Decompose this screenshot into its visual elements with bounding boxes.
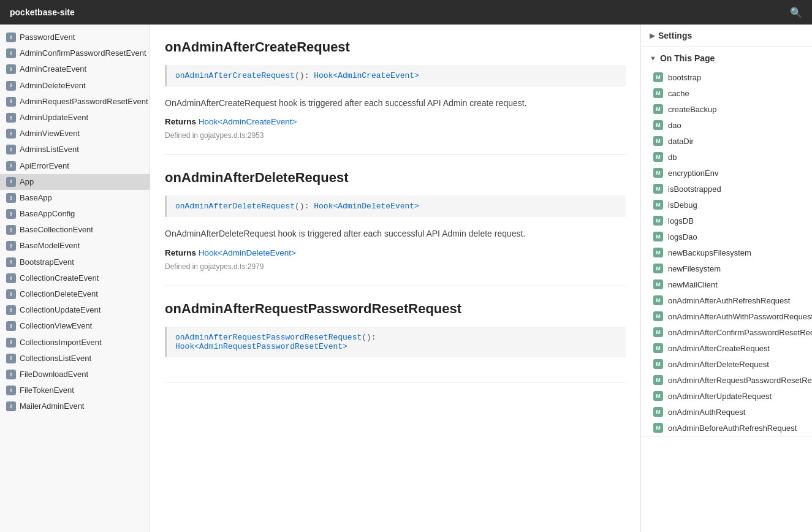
top-bar: pocketbase-site 🔍 [0, 0, 812, 25]
sidebar-item[interactable]: IAdminCreateEvent [0, 61, 150, 77]
sidebar-item[interactable]: ICollectionUpdateEvent [0, 302, 150, 318]
right-nav-label: encryptionEnv [668, 169, 718, 178]
interface-icon: I [6, 193, 16, 203]
right-nav-item[interactable]: MdataDir [641, 133, 812, 149]
interface-icon: I [6, 97, 16, 107]
returns-type-link[interactable]: Hook<AdminDeleteEvent> [199, 248, 296, 257]
sidebar-item[interactable]: IPasswordEvent [0, 29, 150, 45]
sidebar-item-label: CollectionsImportEvent [20, 337, 102, 348]
right-nav-item[interactable]: McreateBackup [641, 101, 812, 117]
sidebar-item[interactable]: IAdminRequestPasswordResetEvent [0, 94, 150, 110]
sidebar-item[interactable]: ICollectionCreateEvent [0, 270, 150, 286]
signature-link[interactable]: onAdminAfterDeleteRequest [175, 202, 295, 211]
right-nav-item[interactable]: MnewBackupsFilesystem [641, 245, 812, 260]
return-type-link[interactable]: Hook<AdminCreateEvent> [314, 71, 419, 80]
m-badge: M [653, 88, 663, 98]
right-nav-label: onAdminAuthRequest [668, 408, 745, 417]
interface-icon: I [6, 370, 16, 379]
right-nav-item[interactable]: MonAdminAfterAuthWithPasswordRequest [641, 308, 812, 324]
returns-type-link[interactable]: Hook<AdminCreateEvent> [199, 117, 297, 126]
sidebar-item-label: AdminUpdateEvent [20, 112, 88, 123]
sidebar-item[interactable]: IApp [0, 174, 150, 190]
sidebar-item[interactable]: IAdminDeleteEvent [0, 78, 150, 94]
m-badge: M [653, 216, 663, 226]
interface-icon: I [6, 113, 16, 123]
return-type-link[interactable]: Hook<AdminRequestPasswordResetEvent> [175, 342, 347, 351]
sidebar-item[interactable]: IAdminUpdateEvent [0, 110, 150, 126]
right-nav-item[interactable]: MonAdminAfterConfirmPasswordResetRequest [641, 324, 812, 340]
sidebar-item[interactable]: IBootstrapEvent [0, 254, 150, 270]
right-nav-item[interactable]: MnewFilesystem [641, 260, 812, 276]
sidebar-item-label: BootstrapEvent [20, 257, 74, 268]
right-nav-item[interactable]: MonAdminAfterUpdateRequest [641, 388, 812, 404]
sidebar-item[interactable]: ICollectionsImportEvent [0, 335, 150, 351]
right-nav-label: bootstrap [668, 73, 701, 82]
right-nav-item[interactable]: Mdao [641, 117, 812, 133]
sidebar-item[interactable]: IBaseModelEvent [0, 238, 150, 254]
code-signature: onAdminAfterCreateRequest(): Hook<AdminC… [165, 65, 626, 86]
right-nav-label: onAdminAfterAuthRefreshRequest [668, 296, 790, 305]
interface-icon: I [6, 338, 16, 348]
signature-link[interactable]: onAdminAfterRequestPasswordResetRequest [175, 333, 362, 342]
sidebar-item-label: App [20, 177, 34, 188]
right-nav-label: newBackupsFilesystem [668, 248, 751, 257]
right-nav-item[interactable]: MencryptionEnv [641, 165, 812, 181]
defined-in: Defined in gojatypes.d.ts:2979 [165, 262, 626, 271]
sidebar-item[interactable]: ICollectionsListEvent [0, 351, 150, 367]
settings-header[interactable]: ▶ Settings [641, 25, 812, 47]
m-badge: M [653, 104, 663, 114]
sidebar-item[interactable]: IBaseAppConfig [0, 206, 150, 222]
right-sidebar: ▶ Settings ▼ On This Page MbootstrapMcac… [640, 25, 812, 532]
interface-icon: I [6, 354, 16, 363]
on-this-page-header[interactable]: ▼ On This Page [641, 47, 812, 69]
sidebar-item[interactable]: ICollectionDeleteEvent [0, 286, 150, 302]
sidebar-item-label: CollectionsListEvent [20, 353, 91, 364]
right-nav-item[interactable]: MonAdminAfterAuthRefreshRequest [641, 292, 812, 308]
right-nav-item[interactable]: Mdb [641, 149, 812, 165]
sidebar-item[interactable]: IMailerAdminEvent [0, 398, 150, 414]
right-nav-item[interactable]: Mbootstrap [641, 69, 812, 85]
sidebar-item[interactable]: IAdminViewEvent [0, 126, 150, 142]
signature-link[interactable]: onAdminAfterCreateRequest [175, 71, 295, 80]
sidebar-item[interactable]: IFileDownloadEvent [0, 367, 150, 382]
right-nav-item[interactable]: MonAdminBeforeAuthRefreshRequest [641, 420, 812, 436]
returns-label: Returns [165, 117, 199, 126]
right-nav-item[interactable]: MlogsDao [641, 229, 812, 245]
sidebar-item-label: BaseAppConfig [20, 208, 75, 219]
interface-icon: I [6, 305, 16, 315]
m-badge: M [653, 136, 663, 146]
right-nav-item[interactable]: MonAdminAfterCreateRequest [641, 340, 812, 356]
right-nav-item[interactable]: MonAdminAuthRequest [641, 404, 812, 420]
sidebar-item[interactable]: IApiErrorEvent [0, 158, 150, 174]
m-badge: M [653, 168, 663, 178]
right-nav-label: isBootstrapped [668, 184, 721, 194]
right-nav-item[interactable]: Mcache [641, 85, 812, 101]
m-badge: M [653, 327, 663, 337]
right-nav-item[interactable]: MnewMailClient [641, 276, 812, 292]
sidebar-item[interactable]: ICollectionViewEvent [0, 318, 150, 334]
sidebar-item-label: PasswordEvent [20, 32, 75, 43]
interface-icon: I [6, 32, 16, 42]
sidebar-item-label: BaseCollectionEvent [20, 224, 93, 235]
sidebar-item-label: AdminConfirmPasswordResetEvent [20, 48, 146, 59]
sidebar-item[interactable]: IAdminConfirmPasswordResetEvent [0, 45, 150, 61]
m-badge: M [653, 423, 663, 433]
right-nav-item[interactable]: MisDebug [641, 197, 812, 213]
right-nav-item[interactable]: MonAdminAfterDeleteRequest [641, 356, 812, 372]
sidebar-item[interactable]: IBaseCollectionEvent [0, 222, 150, 238]
section-onAdminAfterDeleteRequest: onAdminAfterDeleteRequest onAdminAfterDe… [165, 155, 626, 286]
left-sidebar: IPasswordEventIAdminConfirmPasswordReset… [0, 25, 150, 532]
sidebar-item[interactable]: IAdminsListEvent [0, 142, 150, 158]
interface-icon: I [6, 257, 16, 267]
right-nav-label: db [668, 153, 677, 162]
right-nav-label: onAdminAfterRequestPasswordResetRequest [668, 376, 812, 385]
return-type-link[interactable]: Hook<AdminDeleteEvent> [314, 202, 419, 211]
m-badge: M [653, 200, 663, 210]
sidebar-item[interactable]: IBaseApp [0, 190, 150, 206]
right-nav-item[interactable]: MlogsDB [641, 213, 812, 229]
returns-label: Returns [165, 248, 199, 257]
search-icon[interactable]: 🔍 [790, 7, 802, 18]
sidebar-item[interactable]: IFileTokenEvent [0, 382, 150, 398]
right-nav-item[interactable]: MisBootstrapped [641, 181, 812, 197]
right-nav-item[interactable]: MonAdminAfterRequestPasswordResetRequest [641, 372, 812, 388]
